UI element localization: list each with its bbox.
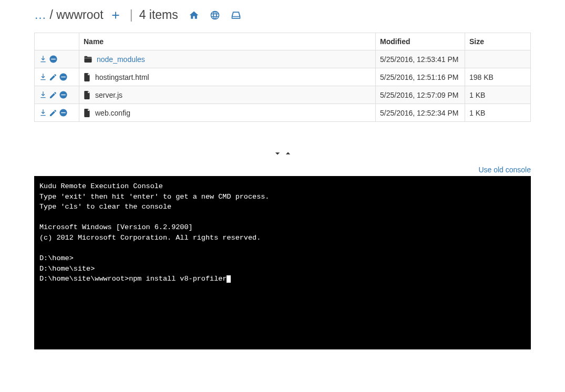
download-icon[interactable] (39, 55, 47, 64)
size-cell: 1 KB (465, 86, 531, 104)
download-icon[interactable] (39, 73, 47, 81)
file-name: server.js (95, 91, 122, 99)
folder-icon (84, 55, 93, 63)
splitter (34, 122, 531, 163)
file-icon (84, 91, 91, 99)
use-old-console-link[interactable]: Use old console (478, 166, 531, 174)
size-cell: 198 KB (465, 68, 531, 86)
breadcrumb: … / wwwroot | 4 items (34, 0, 531, 33)
download-icon[interactable] (39, 109, 47, 117)
file-name[interactable]: node_modules (97, 55, 145, 64)
expand-up-icon[interactable] (283, 148, 293, 159)
header-size[interactable]: Size (465, 33, 531, 50)
table-row: server.js5/25/2016, 12:57:09 PM1 KB (35, 86, 531, 104)
modified-cell: 5/25/2016, 12:57:09 PM (376, 86, 465, 104)
file-table: Name Modified Size node_modules5/25/2016… (34, 33, 531, 122)
file-icon (84, 73, 91, 81)
svg-rect-1 (51, 59, 56, 59)
table-row: hostingstart.html5/25/2016, 12:51:16 PM1… (35, 68, 531, 86)
svg-rect-5 (61, 95, 66, 95)
file-icon (84, 109, 91, 117)
divider: | (130, 8, 133, 22)
home-icon[interactable] (189, 10, 199, 20)
items-count: 4 items (139, 8, 178, 22)
header-actions (35, 33, 79, 50)
file-name: hostingstart.html (95, 73, 149, 81)
disk-icon[interactable] (231, 10, 241, 20)
svg-rect-3 (61, 77, 66, 77)
modified-cell: 5/25/2016, 12:51:16 PM (376, 68, 465, 86)
file-name: web.config (95, 109, 130, 117)
delete-icon[interactable] (59, 90, 68, 99)
modified-cell: 5/25/2016, 12:53:41 PM (376, 50, 465, 68)
size-cell: 1 KB (465, 104, 531, 122)
header-name[interactable]: Name (79, 33, 376, 50)
download-icon[interactable] (39, 91, 47, 99)
breadcrumb-ellipsis[interactable]: … (34, 8, 46, 22)
expand-down-icon[interactable] (272, 148, 283, 159)
edit-icon[interactable] (49, 91, 57, 99)
add-icon[interactable] (110, 9, 121, 21)
delete-icon[interactable] (59, 73, 68, 81)
globe-icon[interactable] (210, 10, 220, 20)
delete-icon[interactable] (59, 108, 68, 117)
header-modified[interactable]: Modified (376, 33, 465, 50)
console[interactable]: Kudu Remote Execution Console Type 'exit… (34, 176, 531, 349)
delete-icon[interactable] (49, 55, 58, 64)
modified-cell: 5/25/2016, 12:52:34 PM (376, 104, 465, 122)
breadcrumb-current: wwwroot (56, 8, 103, 22)
svg-rect-7 (61, 112, 66, 113)
edit-icon[interactable] (49, 109, 57, 117)
edit-icon[interactable] (49, 73, 57, 81)
breadcrumb-separator: / (49, 8, 53, 22)
table-row: node_modules5/25/2016, 12:53:41 PM (35, 50, 531, 68)
size-cell (465, 50, 531, 68)
table-row: web.config5/25/2016, 12:52:34 PM1 KB (35, 104, 531, 122)
console-cursor (227, 275, 231, 283)
